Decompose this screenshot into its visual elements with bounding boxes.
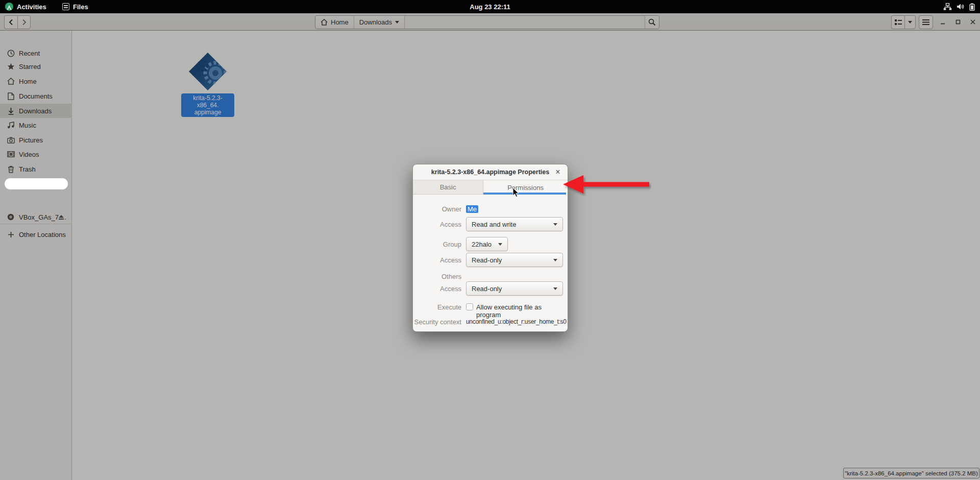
owner-selected-text: Me xyxy=(466,205,478,213)
shell-top-bar: Activities Files Aug 23 22:11 xyxy=(0,0,980,13)
group-access-value: Read-only xyxy=(472,256,553,264)
chevron-down-icon xyxy=(498,243,502,246)
execute-checkbox-label: Allow executing file as program xyxy=(476,303,568,319)
group-dropdown[interactable]: 22halo xyxy=(466,237,508,251)
chevron-down-icon xyxy=(553,223,557,226)
dialog-titlebar[interactable]: krita-5.2.3-x86_64.appimage Properties xyxy=(413,164,568,180)
properties-dialog: krita-5.2.3-x86_64.appimage Properties ×… xyxy=(412,164,568,332)
owner-access-label: Access xyxy=(413,221,461,228)
volume-icon xyxy=(957,3,965,10)
others-access-dropdown[interactable]: Read-only xyxy=(466,281,563,296)
group-label: Group xyxy=(413,241,461,248)
others-access-value: Read-only xyxy=(472,285,553,293)
battery-icon xyxy=(969,3,975,11)
group-access-label: Access xyxy=(413,256,461,264)
system-tray[interactable] xyxy=(943,0,975,13)
chevron-down-icon xyxy=(553,287,557,290)
clock-label: Aug 23 22:11 xyxy=(470,3,510,11)
active-tab-indicator xyxy=(483,193,566,195)
redaction-pill xyxy=(5,178,68,189)
owner-value: Me xyxy=(466,205,478,213)
dialog-title: krita-5.2.3-x86_64.appimage Properties xyxy=(431,169,549,176)
owner-access-dropdown[interactable]: Read and write xyxy=(466,217,563,231)
dialog-tabs: Basic Permissions xyxy=(413,180,568,195)
execute-label: Execute xyxy=(413,303,461,311)
others-access-label: Access xyxy=(413,285,461,293)
tab-basic-label: Basic xyxy=(440,183,456,191)
mouse-cursor xyxy=(512,187,520,198)
group-access-dropdown[interactable]: Read-only xyxy=(466,253,563,267)
tab-permissions[interactable]: Permissions xyxy=(483,180,568,195)
tab-basic[interactable]: Basic xyxy=(413,180,483,195)
others-label: Others xyxy=(413,273,461,280)
security-context-label: Security context xyxy=(413,318,461,326)
network-icon xyxy=(943,3,952,10)
execute-checkbox[interactable] xyxy=(466,303,473,310)
owner-label: Owner xyxy=(413,205,461,213)
security-context-value: unconfined_u:object_r:user_home_t:s0 xyxy=(466,318,567,325)
close-icon: × xyxy=(555,167,560,177)
red-arrow-annotation xyxy=(561,173,651,198)
owner-access-value: Read and write xyxy=(472,221,553,228)
group-value: 22halo xyxy=(472,241,498,248)
chevron-down-icon xyxy=(553,259,557,261)
clock-button[interactable]: Aug 23 22:11 xyxy=(0,0,980,13)
